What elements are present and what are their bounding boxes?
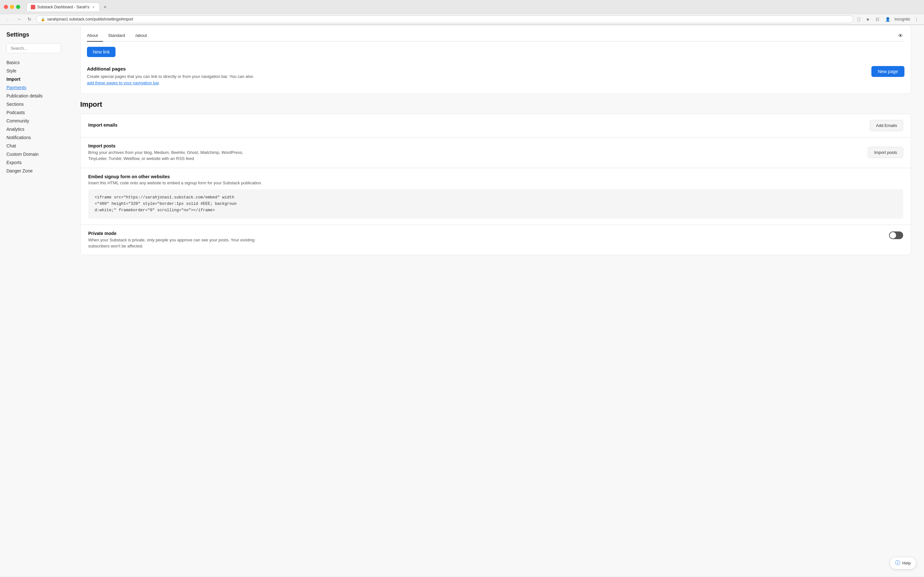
sidebar: Settings Basics Style Import Payments Pu… (0, 25, 67, 576)
profile-icon[interactable]: 👤 (884, 16, 892, 23)
menu-icon[interactable]: ⋮ (913, 16, 920, 23)
tab-bar: Substack Dashboard - Sarah's × + (23, 3, 113, 11)
private-mode-title: Private mode (88, 231, 255, 236)
private-mode-left: Private mode When your Substack is priva… (88, 231, 255, 250)
sidebar-item-danger-zone[interactable]: Danger Zone (6, 167, 61, 175)
additional-pages-title: Additional pages (87, 66, 254, 71)
search-input[interactable] (6, 43, 61, 53)
url-bar[interactable]: 🔒 sarahjonas1.substack.com/publish/setti… (36, 15, 853, 23)
address-bar: ← → ↻ 🔒 sarahjonas1.substack.com/publish… (0, 14, 924, 25)
browser-chrome: Substack Dashboard - Sarah's × + ← → ↻ 🔒… (0, 0, 924, 25)
url-text: sarahjonas1.substack.com/publish/setting… (47, 17, 133, 21)
help-icon: ⓘ (895, 560, 900, 566)
nav-link-about-path[interactable]: /about (130, 31, 152, 41)
sidebar-item-chat[interactable]: Chat (6, 142, 61, 150)
toggle-knob (890, 232, 896, 239)
cast-icon[interactable]: ⎕ (856, 16, 862, 23)
sidebar-item-podcasts[interactable]: Podcasts (6, 108, 61, 117)
sidebar-item-publication-details[interactable]: Publication details (6, 92, 61, 100)
import-posts-row: Import posts Bring your archives from yo… (81, 137, 911, 168)
sidebar-item-payments[interactable]: Payments (6, 83, 61, 92)
import-posts-left: Import posts Bring your archives from yo… (88, 143, 249, 162)
import-section: Import Import emails Add Emails Import p… (80, 100, 911, 255)
tab-close-button[interactable]: × (91, 5, 95, 9)
window-close-button[interactable] (4, 5, 8, 9)
sidebar-nav: Basics Style Import Payments Publication… (6, 58, 61, 175)
bookmark-icon[interactable]: ★ (864, 16, 871, 23)
import-emails-title: Import emails (88, 122, 118, 127)
new-link-button[interactable]: New link (87, 47, 115, 57)
nav-link-standard[interactable]: Standard (103, 31, 130, 41)
reload-button[interactable]: ↻ (26, 16, 33, 23)
new-page-button[interactable]: New page (871, 66, 905, 77)
sidebar-item-sections[interactable]: Sections (6, 100, 61, 108)
embed-code-block[interactable]: <iframe src="https://sarahjonas1.substac… (88, 189, 903, 219)
sidebar-item-analytics[interactable]: Analytics (6, 125, 61, 133)
embed-signup-row: Embed signup form on other websites Inse… (81, 168, 911, 225)
tab-grid-icon[interactable]: ☷ (874, 16, 881, 23)
sidebar-item-custom-domain[interactable]: Custom Domain (6, 150, 61, 158)
import-section-title: Import (80, 100, 911, 109)
help-button[interactable]: ⓘ Help (890, 557, 916, 569)
embed-signup-desc: Insert this HTML code onto any website t… (88, 181, 903, 185)
add-emails-button[interactable]: Add Emails (870, 120, 903, 131)
main-content: About Standard /about 👁 New link Additio… (67, 25, 924, 576)
additional-pages-section: Additional pages Create special pages th… (87, 62, 905, 89)
window-maximize-button[interactable] (16, 5, 20, 9)
forward-button[interactable]: → (15, 16, 23, 23)
browser-actions: ⎕ ★ ☷ 👤 Incognito ⋮ (856, 16, 920, 23)
tab-title: Substack Dashboard - Sarah's (37, 5, 89, 9)
import-emails-row: Import emails Add Emails (81, 114, 911, 137)
sidebar-item-basics[interactable]: Basics (6, 58, 61, 67)
sidebar-item-import[interactable]: Import (6, 75, 61, 83)
sidebar-item-style[interactable]: Style (6, 67, 61, 75)
title-bar: Substack Dashboard - Sarah's × + (0, 0, 924, 14)
import-emails-left: Import emails (88, 122, 118, 129)
private-mode-toggle[interactable] (889, 231, 903, 239)
import-posts-button[interactable]: Import posts (868, 147, 903, 158)
additional-pages-desc: Create special pages that you can link t… (87, 73, 254, 86)
nav-link-about[interactable]: About (87, 31, 103, 41)
window-controls (4, 5, 20, 9)
back-button[interactable]: ← (4, 16, 12, 23)
import-posts-desc: Bring your archives from your blog, Medi… (88, 150, 249, 162)
sidebar-title: Settings (6, 31, 61, 38)
page-container: Settings Basics Style Import Payments Pu… (0, 25, 924, 576)
new-tab-button[interactable]: + (101, 3, 109, 11)
lock-icon: 🔒 (41, 17, 45, 21)
top-card: About Standard /about 👁 New link Additio… (80, 25, 911, 94)
sidebar-item-community[interactable]: Community (6, 117, 61, 125)
preview-icon[interactable]: 👁 (897, 32, 905, 40)
sidebar-item-notifications[interactable]: Notifications (6, 133, 61, 142)
embed-signup-title: Embed signup form on other websites (88, 174, 903, 179)
import-posts-title: Import posts (88, 143, 249, 148)
nav-bar-link[interactable]: add these pages to your navigation bar (87, 81, 159, 85)
incognito-label: Incognito (895, 17, 910, 21)
browser-tab[interactable]: Substack Dashboard - Sarah's × (27, 3, 100, 11)
window-minimize-button[interactable] (10, 5, 14, 9)
tab-favicon (31, 5, 35, 9)
private-mode-row: Private mode When your Substack is priva… (81, 225, 911, 255)
private-mode-desc: When your Substack is private, only peop… (88, 237, 255, 250)
help-label: Help (902, 561, 911, 566)
import-card: Import emails Add Emails Import posts Br… (80, 114, 911, 255)
additional-pages-info: Additional pages Create special pages th… (87, 66, 254, 86)
nav-row-actions: 👁 (897, 32, 905, 40)
sidebar-item-exports[interactable]: Exports (6, 158, 61, 167)
